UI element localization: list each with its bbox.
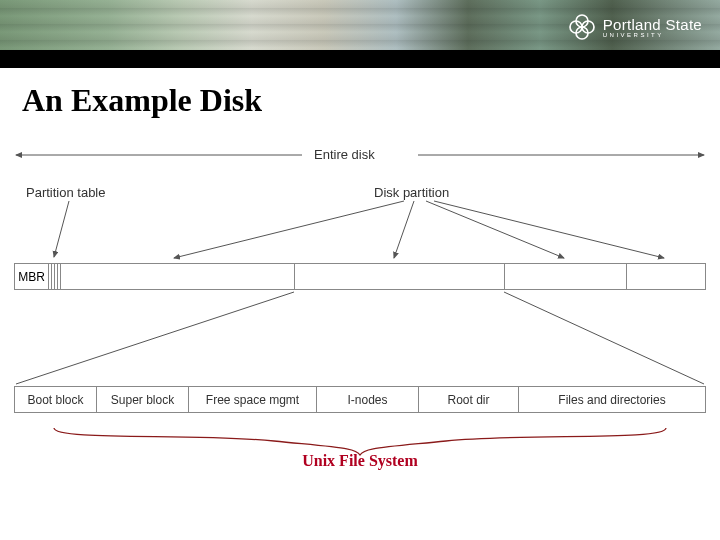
slide-title: An Example Disk [22, 82, 720, 119]
partition-4 [627, 264, 705, 289]
mbr-label: MBR [18, 270, 45, 284]
banner-black-bar [0, 50, 720, 68]
root-dir-cell: Root dir [419, 387, 519, 412]
entire-disk-label: Entire disk [314, 147, 375, 162]
disk-bar: MBR [14, 263, 706, 290]
disk-diagram: Entire disk Partition table Disk partiti… [14, 145, 706, 485]
inodes-cell: I-nodes [317, 387, 419, 412]
filesystem-bar: Boot block Super block Free space mgmt I… [14, 386, 706, 413]
partition-3 [505, 264, 627, 289]
university-logo: Portland State UNIVERSITY [567, 12, 702, 42]
unix-file-system-label: Unix File System [14, 452, 706, 470]
logo-mark-icon [567, 12, 597, 42]
partition-table-segment [49, 264, 61, 289]
mbr-segment: MBR [15, 264, 49, 289]
logo-text: Portland State UNIVERSITY [603, 16, 702, 38]
partition-table-label: Partition table [26, 185, 106, 200]
university-name: Portland State [603, 16, 702, 33]
free-space-cell: Free space mgmt [189, 387, 317, 412]
banner: Portland State UNIVERSITY [0, 0, 720, 68]
disk-partition-label: Disk partition [374, 185, 449, 200]
files-dirs-cell: Files and directories [519, 387, 705, 412]
svg-line-6 [16, 292, 294, 384]
boot-block-cell: Boot block [15, 387, 97, 412]
super-block-cell: Super block [97, 387, 189, 412]
svg-line-7 [504, 292, 704, 384]
diagram-arrows [14, 145, 706, 485]
partition-1 [61, 264, 295, 289]
partition-2 [295, 264, 505, 289]
